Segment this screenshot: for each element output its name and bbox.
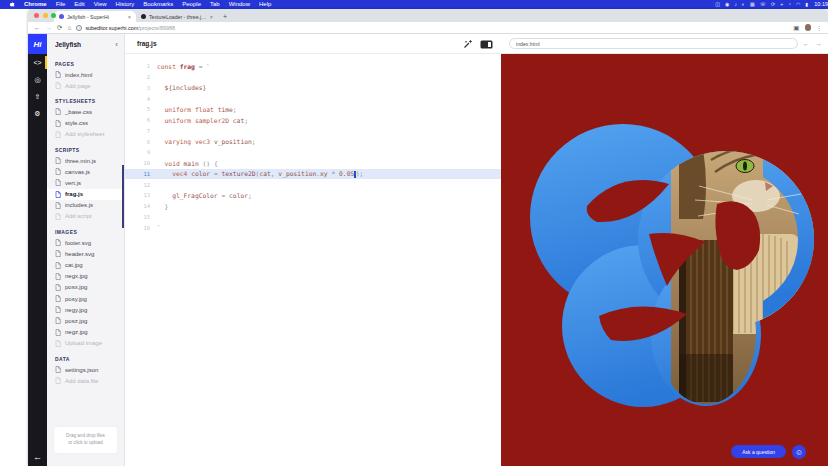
code-line[interactable]: 14 } <box>125 201 501 212</box>
gear-icon[interactable]: ⚙ <box>28 105 47 122</box>
minimize-window-button[interactable] <box>43 13 48 18</box>
code-line[interactable]: 3 ${includes} <box>125 83 501 94</box>
file-item[interactable]: _base.css <box>47 106 124 117</box>
file-item[interactable]: posz.jpg <box>47 315 124 326</box>
code-icon[interactable]: <> <box>28 54 47 71</box>
code-line[interactable]: 1const frag = ` <box>125 61 501 72</box>
code-line[interactable]: 13 gl_FragColor = color; <box>125 190 501 201</box>
menu-item-help[interactable]: Help <box>259 0 271 9</box>
file-item[interactable]: index.html <box>47 69 124 80</box>
file-item[interactable]: header.svg <box>47 248 124 259</box>
file-item[interactable]: posx.jpg <box>47 282 124 293</box>
code-line[interactable]: 7 <box>125 126 501 137</box>
code-line[interactable]: 6 uniform sampler2D cat; <box>125 115 501 126</box>
menu-item-edit[interactable]: Edit <box>74 0 84 9</box>
layout-toggle-icon[interactable] <box>480 35 493 53</box>
forward-icon[interactable]: → <box>46 24 53 31</box>
chat-smiley-button[interactable]: ☺ <box>792 445 806 459</box>
chrome-menu-icon[interactable]: ⋮ <box>816 24 822 31</box>
add-file-item[interactable]: Add script <box>47 211 124 222</box>
extensions-icon[interactable]: ▣ <box>793 24 799 32</box>
file-item[interactable]: style.css <box>47 118 124 129</box>
status-icon-5[interactable]: ☏ <box>760 0 766 9</box>
code-line[interactable]: 16` <box>125 222 501 233</box>
menu-item-people[interactable]: People <box>182 0 201 9</box>
zoom-window-button[interactable] <box>51 13 56 18</box>
code-line[interactable]: 9 <box>125 147 501 158</box>
file-item[interactable]: posy.jpg <box>47 293 124 304</box>
close-window-button[interactable] <box>34 13 39 18</box>
file-item[interactable]: cat.jpg <box>47 259 124 270</box>
menu-item-view[interactable]: View <box>94 0 107 9</box>
preview-back-icon[interactable]: ← <box>803 40 810 47</box>
preview-address-input[interactable]: index.html <box>509 38 798 49</box>
url-text[interactable]: subeditor.superhi.com/projects/89988 <box>85 25 175 31</box>
file-item[interactable]: vert.js <box>47 177 124 188</box>
reload-icon[interactable]: ⟳ <box>57 24 62 32</box>
status-icon-3[interactable]: ◐ <box>742 0 745 9</box>
add-file-item[interactable]: Add stylesheet <box>47 129 124 140</box>
status-icon-4[interactable]: ▦ <box>750 0 755 9</box>
back-arrow-button[interactable]: ← <box>28 452 47 462</box>
code-line[interactable]: 12 <box>125 179 501 190</box>
ask-question-button[interactable]: Ask a question <box>731 445 786 458</box>
profile-avatar[interactable] <box>805 24 812 31</box>
add-file-item[interactable]: Upload image <box>47 338 124 349</box>
prettify-wand-icon[interactable] <box>463 35 473 53</box>
back-icon[interactable]: ← <box>34 24 41 31</box>
menu-item-bookmarks[interactable]: Bookmarks <box>143 0 173 9</box>
file-item[interactable]: three.min.js <box>47 155 124 166</box>
file-sidebar: Jellyfish ‹ PAGESindex.htmlAdd pageSTYLE… <box>47 34 125 466</box>
address-bar[interactable]: i subeditor.superhi.com/projects/89988 <box>76 23 788 32</box>
status-icon-10[interactable]: ▮ <box>805 0 808 9</box>
menu-item-window[interactable]: Window <box>229 0 250 9</box>
code-line[interactable]: 10 void main () { <box>125 158 501 169</box>
code-line[interactable]: 8 varying vec3 v_position; <box>125 136 501 147</box>
status-icon-9[interactable]: ◠ <box>796 0 800 9</box>
file-item[interactable]: settings.json <box>47 364 124 375</box>
browser-tab[interactable]: Jellyfish - SuperHi× <box>54 11 136 22</box>
file-dropzone[interactable]: Drag and drop files or click to upload <box>54 427 117 453</box>
preview-forward-icon[interactable]: → <box>815 40 822 47</box>
eye-icon[interactable]: ◎ <box>28 71 47 88</box>
status-icon-0[interactable]: ◫ <box>715 0 720 9</box>
site-info-icon[interactable]: i <box>76 25 82 31</box>
tab-close-icon[interactable]: × <box>128 14 131 20</box>
add-file-item[interactable]: Add data file <box>47 375 124 386</box>
file-item[interactable]: includes.js <box>47 200 124 211</box>
status-icon-2[interactable]: ♪ <box>734 0 737 9</box>
status-icon-8[interactable]: ◔ <box>788 0 791 9</box>
share-icon[interactable]: ⇧ <box>28 88 47 105</box>
menu-clock[interactable]: 10:19 <box>814 0 828 9</box>
file-item[interactable]: negx.jpg <box>47 271 124 282</box>
file-item[interactable]: footer.svg <box>47 237 124 248</box>
menu-item-file[interactable]: File <box>56 0 66 9</box>
status-icon-7[interactable]: + <box>780 0 783 9</box>
file-item[interactable]: negz.jpg <box>47 327 124 338</box>
file-icon <box>55 82 61 89</box>
code-line[interactable]: 15 <box>125 212 501 223</box>
file-item[interactable]: frag.js <box>47 189 124 200</box>
menu-item-chrome[interactable]: Chrome <box>24 0 47 9</box>
code-line[interactable]: 5 uniform float time; <box>125 104 501 115</box>
add-file-item[interactable]: Add page <box>47 80 124 91</box>
menu-item-tab[interactable]: Tab <box>210 0 220 9</box>
sidebar-scrollbar[interactable] <box>122 165 124 228</box>
new-tab-button[interactable]: + <box>223 11 227 22</box>
apple-menu-icon[interactable] <box>9 1 15 8</box>
code-line[interactable]: 4 <box>125 93 501 104</box>
superhi-logo[interactable]: Hi <box>28 34 47 54</box>
browser-tab[interactable]: TextureLoader - three.js docs× <box>136 11 218 22</box>
code-area[interactable]: 1const frag = `23 ${includes}45 uniform … <box>125 54 501 466</box>
tab-close-icon[interactable]: × <box>210 14 213 20</box>
file-item[interactable]: negy.jpg <box>47 304 124 315</box>
file-item[interactable]: canvas.js <box>47 166 124 177</box>
collapse-sidebar-icon[interactable]: ‹ <box>115 40 118 49</box>
status-icon-1[interactable]: ◉ <box>725 0 729 9</box>
menu-item-history[interactable]: History <box>116 0 135 9</box>
code-line[interactable]: 2 <box>125 72 501 83</box>
home-icon[interactable]: ⌂ <box>67 24 71 31</box>
code-line[interactable]: 11 vec4 color = texture2D(cat, v_positio… <box>125 169 501 180</box>
status-icon-6[interactable]: ⟳ <box>771 0 775 9</box>
sidebar-sections: PAGESindex.htmlAdd pageSTYLESHEETS_base.… <box>47 61 124 386</box>
